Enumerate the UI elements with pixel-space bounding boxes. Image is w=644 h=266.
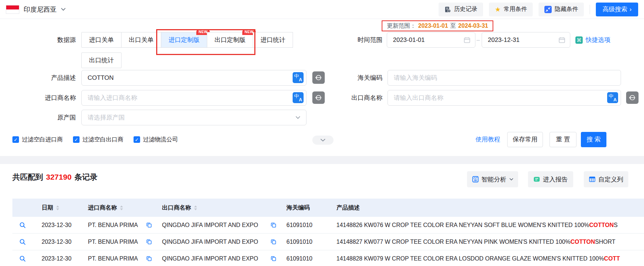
cell-hs-code: 61091010 bbox=[281, 255, 331, 262]
trade-data-search-page: 印度尼西亚 历史记录 ★ 常用条件 隐藏条件 高级搜索 › 更新范围： bbox=[0, 0, 644, 266]
hide-conditions-button[interactable]: 隐藏条件 bbox=[539, 3, 584, 16]
exporter-field: 中A bbox=[387, 90, 621, 106]
header-label: 日期 bbox=[42, 204, 53, 212]
date-end-input[interactable]: 2023-12-31 bbox=[482, 32, 570, 48]
quick-options-button[interactable]: ⌘ 快捷选项 bbox=[575, 32, 610, 48]
custom-columns-button[interactable]: 自定义列 bbox=[584, 171, 628, 187]
tab-label: 出口关单 bbox=[129, 36, 154, 43]
sort-icon[interactable] bbox=[194, 206, 197, 210]
exporter-name: QINGDAO JIFA IMPORT AND EXPO bbox=[162, 255, 258, 262]
header-importer: 进口商名称 bbox=[82, 204, 156, 212]
checkbox-checked-icon: ✓ bbox=[12, 136, 19, 143]
checkbox-filter-blank-exporter[interactable]: ✓ 过滤空白出口商 bbox=[73, 136, 123, 144]
collapse-icon bbox=[544, 6, 552, 13]
importer-name: PT. BENUA PRIMA bbox=[88, 222, 138, 228]
command-icon: ⌘ bbox=[575, 36, 583, 44]
advanced-search-button[interactable]: 高级搜索 › bbox=[596, 3, 638, 16]
indonesia-flag-icon bbox=[6, 5, 19, 14]
reset-button[interactable]: 重 置 bbox=[549, 132, 576, 147]
translate-icon[interactable]: 中A bbox=[293, 92, 304, 103]
tab-import-custom[interactable]: 进口定制版 NEW bbox=[161, 32, 207, 48]
favorite-conditions-button[interactable]: ★ 常用条件 bbox=[489, 3, 533, 16]
copy-button[interactable] bbox=[271, 222, 276, 228]
results-table: 日期 进口商名称 出口商名称 海关编码 产品描述 2023-12-30 PT. bbox=[12, 199, 644, 266]
checkbox-checked-icon: ✓ bbox=[73, 136, 80, 143]
copy-button[interactable] bbox=[271, 256, 276, 261]
translate-icon[interactable]: 中A bbox=[293, 72, 304, 83]
header-date: 日期 bbox=[33, 204, 82, 212]
copy-button[interactable] bbox=[271, 239, 276, 245]
desc-text: SHORT bbox=[595, 239, 616, 245]
history-icon bbox=[444, 6, 451, 13]
tab-export-custom[interactable]: 出口定制版 NEW bbox=[207, 32, 253, 48]
desc-highlight: COTTON bbox=[589, 222, 614, 228]
copy-button[interactable] bbox=[146, 239, 152, 245]
smart-analysis-button[interactable]: BI 智能分析 bbox=[467, 171, 518, 187]
desc-highlight: COTT bbox=[604, 255, 620, 262]
copy-button[interactable] bbox=[146, 256, 152, 261]
tab-export-statistics[interactable]: 出口统计 bbox=[81, 52, 122, 68]
enter-report-label: 进入报告 bbox=[543, 175, 568, 184]
cell-date: 2023-12-30 bbox=[33, 239, 82, 245]
count-prefix: 共匹配到 bbox=[12, 172, 43, 182]
origin-country-select[interactable]: 请选择原产国 bbox=[81, 110, 306, 125]
product-desc-field: 中A bbox=[81, 70, 306, 86]
cell-product-desc: 14148827 KW077 W CROP TEE COLOR ERA NEYY… bbox=[331, 239, 644, 245]
magnifier-icon bbox=[19, 239, 26, 245]
view-detail-button[interactable] bbox=[19, 239, 26, 245]
cell-importer: PT. BENUA PRIMA bbox=[82, 222, 156, 228]
tutorial-link[interactable]: 使用教程 bbox=[475, 132, 500, 147]
fuzzy-match-button[interactable] bbox=[626, 91, 639, 104]
tab-import-statistics[interactable]: 进口统计 bbox=[253, 32, 293, 48]
fuzzy-match-icon bbox=[629, 94, 636, 101]
enter-report-button[interactable]: 进入报告 bbox=[528, 171, 573, 187]
copy-icon bbox=[146, 222, 152, 228]
cell-importer: PT. BENUA PRIMA bbox=[82, 239, 156, 245]
view-detail-button[interactable] bbox=[19, 222, 26, 228]
header-label: 进口商名称 bbox=[88, 204, 117, 212]
sort-icon[interactable] bbox=[56, 206, 59, 210]
tab-label: 进口统计 bbox=[261, 36, 285, 43]
desc-text: S bbox=[614, 222, 618, 228]
cell-product-desc: 14148826 KW076 W CROP TEE COLOR ERA NEYY… bbox=[331, 222, 644, 228]
tab-import-declaration[interactable]: 进口关单 bbox=[81, 32, 122, 48]
translate-icon[interactable]: 中A bbox=[607, 92, 618, 103]
section-divider bbox=[0, 156, 644, 164]
product-desc-input[interactable] bbox=[81, 70, 306, 86]
smart-analysis-label: 智能分析 bbox=[482, 175, 506, 184]
copy-button[interactable] bbox=[146, 222, 152, 228]
table-row: 2023-12-30 PT. BENUA PRIMA QINGDAO JIFA … bbox=[12, 234, 644, 250]
hs-code-input[interactable] bbox=[387, 70, 621, 86]
calendar-icon bbox=[463, 36, 471, 44]
checkbox-filter-logistics[interactable]: ✓ 过滤物流公司 bbox=[134, 136, 178, 144]
origin-country-label: 原产国 bbox=[0, 110, 76, 125]
cell-exporter: QINGDAO JIFA IMPORT AND EXPO bbox=[156, 222, 281, 228]
exporter-label: 出口商名称 bbox=[314, 90, 382, 106]
table-row: 2023-12-30 PT. BENUA PRIMA QINGDAO JIFA … bbox=[12, 217, 644, 234]
importer-label: 进口商名称 bbox=[0, 90, 76, 106]
header-exporter: 出口商名称 bbox=[156, 204, 281, 212]
view-detail-button[interactable] bbox=[19, 255, 26, 262]
tab-export-declaration[interactable]: 出口关单 bbox=[121, 32, 161, 48]
save-conditions-button[interactable]: 保存常用 bbox=[507, 132, 543, 147]
date-start-input[interactable]: 2023-01-01 bbox=[387, 32, 475, 48]
svg-text:BI: BI bbox=[474, 179, 477, 182]
importer-input[interactable] bbox=[81, 90, 306, 106]
checkbox-filter-blank-importer[interactable]: ✓ 过滤空白进口商 bbox=[12, 136, 63, 144]
collapse-form-button[interactable] bbox=[312, 136, 333, 145]
sort-icon[interactable] bbox=[120, 206, 123, 210]
desc-text: 14148826 KW076 W CROP TEE COLOR ERA NEYY… bbox=[336, 222, 589, 228]
hide-label: 隐藏条件 bbox=[555, 5, 578, 13]
header-label: 产品描述 bbox=[336, 204, 360, 212]
desc-text: 14148827 KW077 W CROP TEE COLOR ERA NEYY… bbox=[336, 239, 570, 245]
search-button[interactable]: 搜 索 bbox=[581, 132, 606, 147]
report-icon bbox=[533, 176, 540, 183]
cell-product-desc: 14148828 KW079 W CROP TEE COLOR ERA LOSD… bbox=[331, 255, 644, 262]
update-range-end: 2024-03-31 bbox=[458, 23, 488, 29]
tab-label: 出口统计 bbox=[89, 57, 114, 64]
cell-date: 2023-12-30 bbox=[33, 222, 82, 228]
country-selector[interactable]: 印度尼西亚 bbox=[6, 5, 66, 14]
origin-country-placeholder: 请选择原产国 bbox=[88, 113, 296, 122]
exporter-input[interactable] bbox=[387, 90, 621, 106]
history-button[interactable]: 历史记录 bbox=[439, 3, 483, 16]
